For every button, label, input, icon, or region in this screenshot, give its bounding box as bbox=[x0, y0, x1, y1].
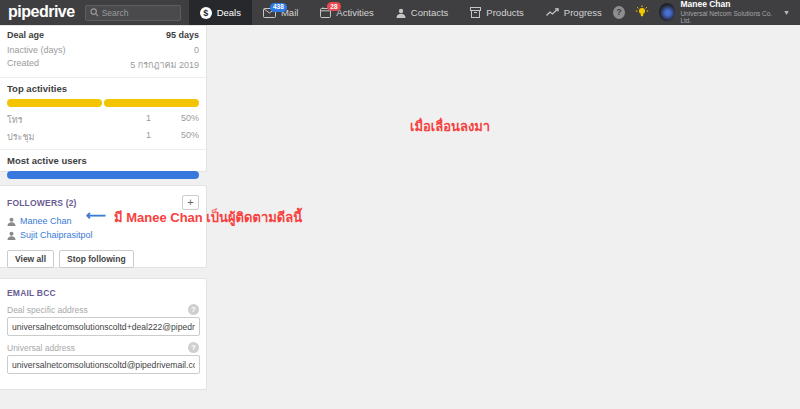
email-bcc-title: EMAIL BCC bbox=[7, 288, 56, 298]
calendar-icon: 28 bbox=[320, 7, 331, 18]
box-icon bbox=[470, 7, 481, 18]
top-activities-bar bbox=[7, 99, 199, 107]
stop-following-button[interactable]: Stop following bbox=[59, 250, 134, 268]
user-menu[interactable]: Manee Chan Universal Netcom Solutions Co… bbox=[659, 0, 790, 25]
deal-age-label: Deal age bbox=[7, 30, 44, 40]
dollar-circle-icon: $ bbox=[200, 7, 212, 19]
follower-name-link[interactable]: Sujit Chaiprasitpol bbox=[20, 230, 93, 240]
top-nav: pipedrive $ Deals 438 Mail 28 Activities… bbox=[0, 0, 800, 25]
nav-item-contacts[interactable]: Contacts bbox=[385, 0, 460, 25]
search-box[interactable] bbox=[85, 5, 181, 21]
pipedrive-logo: pipedrive bbox=[0, 3, 85, 23]
follower-name-link[interactable]: Manee Chan bbox=[20, 216, 72, 226]
annotation-follower-note: มี Manee Chan เป็นผู้ติดตามดีลนี้ bbox=[114, 207, 302, 228]
mail-icon: 438 bbox=[263, 8, 276, 18]
help-icon[interactable]: ? bbox=[613, 6, 625, 19]
universal-address-input[interactable] bbox=[7, 355, 200, 374]
nav-item-progress[interactable]: Progress bbox=[535, 0, 613, 25]
lightbulb-icon[interactable] bbox=[635, 5, 649, 19]
mail-badge: 438 bbox=[270, 3, 287, 12]
deal-age-value: 95 days bbox=[166, 30, 199, 40]
nav-item-label: Contacts bbox=[411, 7, 449, 18]
help-icon[interactable]: ? bbox=[188, 342, 199, 353]
person-icon bbox=[396, 8, 406, 18]
activity-percent: 50% bbox=[151, 113, 199, 127]
search-input[interactable] bbox=[102, 8, 182, 18]
activity-bar-segment bbox=[104, 99, 199, 107]
nav-item-label: Products bbox=[486, 7, 524, 18]
user-bar-segment bbox=[7, 171, 199, 179]
avatar bbox=[659, 3, 675, 21]
deal-address-label: Deal specific address bbox=[7, 305, 88, 315]
nav-item-mail[interactable]: 438 Mail bbox=[252, 0, 309, 25]
created-value: 5 กรกฎาคม 2019 bbox=[130, 58, 199, 72]
followers-title: FOLLOWERS (2) bbox=[7, 198, 77, 208]
created-label: Created bbox=[7, 58, 39, 72]
follower-item[interactable]: Sujit Chaiprasitpol bbox=[0, 228, 206, 242]
activity-label: ประชุม bbox=[7, 130, 96, 144]
trend-icon bbox=[546, 8, 559, 17]
most-active-users-title: Most active users bbox=[0, 149, 206, 170]
nav-item-label: Deals bbox=[217, 7, 241, 18]
activity-label: โทร bbox=[7, 113, 96, 127]
activity-percent: 50% bbox=[151, 130, 199, 144]
deal-address-input[interactable] bbox=[7, 317, 200, 336]
most-active-users-bar bbox=[7, 171, 199, 179]
activity-bar-segment bbox=[7, 99, 102, 107]
person-icon bbox=[7, 217, 16, 226]
top-activities-title: Top activities bbox=[0, 77, 206, 98]
activity-count: 1 bbox=[96, 130, 151, 144]
activity-row: โทร 1 50% bbox=[0, 111, 206, 128]
help-icon[interactable]: ? bbox=[188, 304, 199, 315]
nav-item-deals[interactable]: $ Deals bbox=[189, 0, 252, 25]
activity-row: ประชุม 1 50% bbox=[0, 128, 206, 145]
activity-count: 1 bbox=[96, 113, 151, 127]
activities-badge: 28 bbox=[327, 2, 340, 11]
search-icon bbox=[90, 8, 99, 17]
nav-item-activities[interactable]: 28 Activities bbox=[309, 0, 384, 25]
left-arrow-icon: ⟵ bbox=[86, 207, 106, 223]
inactive-days-value: 0 bbox=[194, 45, 199, 55]
user-name: Manee Chan bbox=[680, 0, 776, 10]
nav-right: ? Manee Chan Universal Netcom Solutions … bbox=[613, 0, 800, 25]
nav-item-products[interactable]: Products bbox=[459, 0, 535, 25]
email-bcc-panel: EMAIL BCC Deal specific address ? Univer… bbox=[0, 278, 207, 390]
chevron-down-icon: ▼ bbox=[783, 9, 790, 16]
person-icon bbox=[7, 231, 16, 240]
nav-item-label: Activities bbox=[336, 7, 373, 18]
user-company: Universal Netcom Solutions Co. Ltd. bbox=[680, 10, 776, 25]
view-all-button[interactable]: View all bbox=[7, 250, 54, 268]
annotation-scroll-note: เมื่อเลื่อนลงมา bbox=[410, 116, 490, 137]
nav-item-label: Progress bbox=[564, 7, 602, 18]
deal-stats-panel: Deal age 95 days Inactive (days) 0 Creat… bbox=[0, 25, 207, 172]
inactive-days-label: Inactive (days) bbox=[7, 45, 66, 55]
universal-address-label: Universal address bbox=[7, 343, 75, 353]
